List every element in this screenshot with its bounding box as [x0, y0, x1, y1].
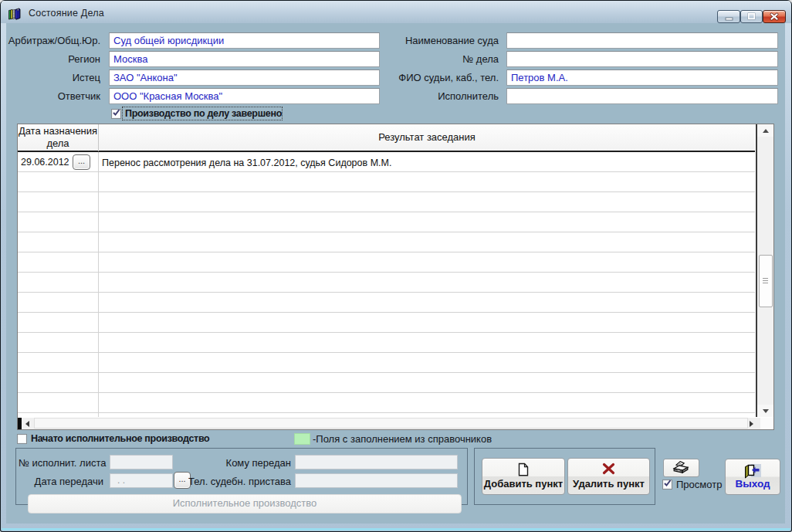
arrow-down-icon — [763, 409, 769, 413]
printer-icon — [672, 460, 691, 474]
checkmark-icon — [111, 107, 122, 118]
execution-proceedings-button[interactable]: Исполнительное производство — [28, 494, 462, 513]
maximize-icon — [741, 11, 762, 22]
thumb-grip — [763, 280, 768, 281]
legend-label: -Поля с заполнением из справочников — [313, 433, 492, 445]
execution-started-checkbox[interactable] — [17, 434, 27, 444]
maximize-button[interactable] — [740, 10, 763, 23]
bailiff-phone-input[interactable] — [295, 473, 458, 488]
preview-label: Просмотр — [676, 479, 722, 490]
court-name-input[interactable] — [506, 32, 778, 49]
defendant-input[interactable]: ООО "Красная Москва" — [109, 88, 380, 104]
thumb-grip — [763, 283, 768, 283]
grid-header: Дата назначения дела Результат заседания — [18, 124, 755, 152]
grid-lines — [18, 171, 755, 417]
horizontal-scrollbar[interactable] — [18, 418, 760, 429]
field-label-defendant: Ответчик — [8, 90, 100, 103]
grid-cell-result[interactable]: Перенос рассмотрения дела на 31.07.2012,… — [102, 158, 391, 168]
scroll-down-button[interactable] — [757, 405, 773, 417]
delete-x-icon — [568, 463, 649, 478]
grid-cell-date[interactable]: 29.06.2012 — [21, 157, 69, 168]
sheet-no-label: № исполнит. листа — [19, 457, 103, 469]
add-item-button[interactable]: Добавить пункт — [482, 458, 565, 495]
handed-to-input[interactable] — [295, 455, 458, 469]
date-picker-button[interactable]: ... — [73, 154, 90, 170]
results-grid: Дата назначения дела Результат заседания… — [17, 124, 774, 430]
field-label-court-name: Наименование суда — [355, 35, 499, 47]
grid-splitter-handle[interactable] — [18, 418, 22, 429]
court-type-input[interactable]: Суд общей юрисдикции — [109, 32, 380, 49]
thumb-grip — [763, 278, 768, 279]
field-label-case-number: № дела — [355, 53, 499, 66]
grid-header-result[interactable]: Результат заседания — [99, 124, 755, 151]
field-label-judge: ФИО судьи, каб., тел. — [355, 72, 499, 84]
add-item-label: Добавить пункт — [482, 478, 564, 490]
field-label-region: Регион — [8, 53, 100, 66]
delete-item-label: Удалить пункт — [568, 478, 649, 490]
close-icon — [763, 11, 785, 22]
close-button[interactable] — [763, 10, 786, 23]
plaintiff-input[interactable]: ЗАО "Анкона" — [109, 69, 380, 86]
grid-body: 29.06.2012 ... Перенос рассмотрения дела… — [18, 152, 755, 417]
scrollbar-thumb[interactable] — [759, 255, 773, 307]
sheet-no-input[interactable] — [110, 455, 173, 469]
scrollbar-corner — [760, 418, 773, 429]
transfer-date-input[interactable]: . . — [110, 473, 173, 488]
grid-column-divider — [98, 152, 99, 417]
exit-label: Выход — [726, 478, 780, 490]
execution-started-label: Начато исполнительное производство — [31, 433, 209, 444]
bailiff-phone-label: Тел. судебн. пристава — [185, 476, 291, 488]
arrow-left-icon[interactable] — [25, 421, 29, 427]
case-closed-checkbox[interactable] — [111, 109, 121, 119]
arrow-right-icon[interactable] — [750, 421, 753, 427]
window-title: Состояние Дела — [29, 8, 104, 19]
case-number-input[interactable] — [506, 51, 778, 67]
handed-to-label: Кому передан — [193, 457, 291, 469]
field-label-court-type: Арбитраж/Общ.Юр. — [8, 35, 100, 47]
titlebar[interactable]: Состояние Дела — [1, 1, 791, 23]
transfer-date-label: Дата передачи — [19, 476, 103, 488]
case-closed-label: Производство по делу завершено — [125, 108, 282, 119]
frame-bottom-glow — [2, 528, 790, 530]
arrow-up-icon — [763, 129, 769, 133]
legend-swatch — [294, 433, 310, 445]
region-input[interactable]: Москва — [109, 51, 380, 67]
minimize-icon — [718, 11, 740, 22]
minimize-button[interactable] — [717, 10, 740, 23]
vertical-scrollbar[interactable] — [757, 124, 773, 417]
scroll-up-button[interactable] — [757, 124, 773, 137]
print-button[interactable] — [663, 459, 699, 477]
new-document-icon — [482, 463, 564, 479]
books-icon — [8, 8, 21, 20]
exit-button[interactable]: Выход — [725, 459, 780, 495]
field-label-executor: Исполнитель — [355, 90, 499, 103]
preview-checkbox[interactable] — [662, 479, 672, 490]
grid-header-date[interactable]: Дата назначения дела — [18, 124, 99, 151]
delete-item-button[interactable]: Удалить пункт — [567, 458, 650, 495]
field-label-plaintiff: Истец — [8, 72, 100, 84]
hscrollbar-thumb[interactable] — [34, 418, 748, 429]
checkmark-icon — [662, 478, 673, 489]
executor-input[interactable] — [506, 88, 778, 104]
judge-input[interactable]: Петров М.А. — [506, 69, 778, 86]
